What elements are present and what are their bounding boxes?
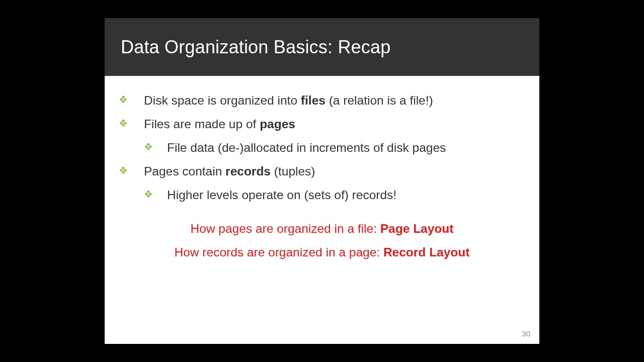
bullet-2-bold: pages bbox=[260, 117, 295, 131]
slide-body: Disk space is organized into files (a re… bbox=[105, 76, 539, 260]
slide-title: Data Organization Basics: Recap bbox=[121, 37, 390, 58]
bullet-2-sublist: File data (de-)allocated in increments o… bbox=[144, 139, 525, 156]
callouts: How pages are organized in a file: Page … bbox=[119, 220, 525, 260]
callout-1: How pages are organized in a file: Page … bbox=[119, 220, 525, 237]
bullet-1-text-pre: Disk space is organized into bbox=[144, 94, 301, 107]
bullet-2-sub: File data (de-)allocated in increments o… bbox=[144, 139, 525, 156]
callout-2-bold: Record Layout bbox=[383, 245, 470, 259]
bullet-2: Files are made up of pages File data (de… bbox=[119, 116, 525, 156]
bullet-3-sub: Higher levels operate on (sets of) recor… bbox=[144, 187, 525, 203]
bullet-3-bold: records bbox=[225, 164, 271, 178]
callout-2: How records are organized in a page: Rec… bbox=[119, 244, 525, 260]
bullet-1-text-post: (a relation is a file!) bbox=[326, 94, 433, 107]
bullet-1: Disk space is organized into files (a re… bbox=[119, 92, 525, 109]
bullet-1-bold: files bbox=[301, 94, 326, 107]
bullet-2-text-pre: Files are made up of bbox=[144, 117, 260, 131]
bullet-list: Disk space is organized into files (a re… bbox=[119, 92, 525, 203]
page-number: 30 bbox=[522, 329, 530, 338]
bullet-3: Pages contain records (tuples) Higher le… bbox=[119, 163, 525, 203]
callout-1-bold: Page Layout bbox=[380, 222, 454, 235]
callout-1-pre: How pages are organized in a file: bbox=[191, 222, 380, 235]
slide-title-bar: Data Organization Basics: Recap bbox=[105, 18, 539, 76]
bullet-3-text-post: (tuples) bbox=[271, 164, 315, 178]
bullet-3-text-pre: Pages contain bbox=[144, 164, 225, 178]
bullet-3-sublist: Higher levels operate on (sets of) recor… bbox=[144, 187, 525, 203]
callout-2-pre: How records are organized in a page: bbox=[175, 245, 383, 259]
slide: Data Organization Basics: Recap Disk spa… bbox=[105, 18, 539, 344]
